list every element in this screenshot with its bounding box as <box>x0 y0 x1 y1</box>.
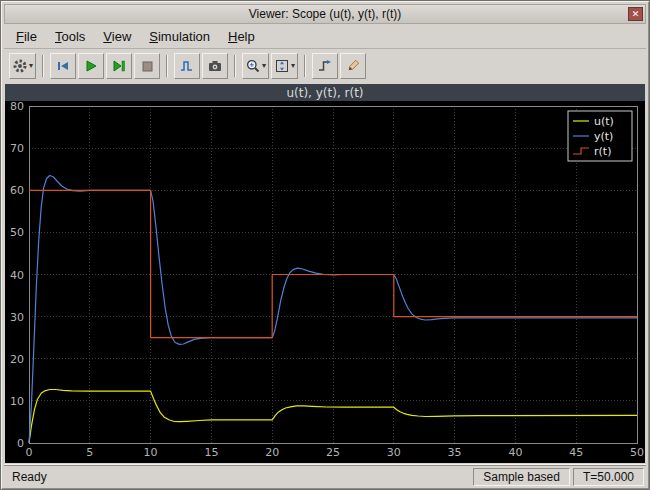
toolbar-divider <box>166 55 168 77</box>
chevron-down-icon: ▾ <box>29 61 33 70</box>
legend-label: u(t) <box>594 115 614 128</box>
scope-chart: u(t), y(t), r(t)051015202530354045500102… <box>5 84 645 463</box>
play-icon <box>83 58 99 74</box>
x-tick-label: 10 <box>144 446 158 459</box>
sample-mode-panel: Sample based <box>473 468 570 486</box>
y-tick-label: 0 <box>17 437 24 450</box>
scope-window: Viewer: Scope (u(t), y(t), r(t)) ✕ File … <box>0 0 650 490</box>
zoom-button[interactable]: ▾ <box>242 53 269 79</box>
triggers-button[interactable] <box>312 53 338 79</box>
menu-file[interactable]: File <box>8 26 45 47</box>
x-tick-label: 30 <box>387 446 401 459</box>
y-tick-label: 10 <box>10 395 24 408</box>
step-back-icon <box>55 58 71 74</box>
trigger-step-icon <box>317 58 333 74</box>
menubar: File Tools View Simulation Help <box>4 24 646 49</box>
chevron-down-icon: ▾ <box>262 61 266 70</box>
y-tick-label: 60 <box>10 184 24 197</box>
pencil-icon <box>345 58 361 74</box>
toolbar-divider <box>234 55 236 77</box>
measurements-button[interactable] <box>340 53 366 79</box>
window-title: Viewer: Scope (u(t), y(t), r(t)) <box>249 7 401 21</box>
snapshot-button[interactable] <box>202 53 228 79</box>
x-tick-label: 40 <box>508 446 522 459</box>
x-tick-label: 0 <box>26 446 33 459</box>
settings-button[interactable]: ▾ <box>9 53 36 79</box>
run-button[interactable] <box>78 53 104 79</box>
toolbar-divider <box>42 55 44 77</box>
statusbar: Ready Sample based T=50.000 <box>4 465 646 486</box>
y-tick-label: 80 <box>10 100 24 113</box>
chart-background <box>5 84 645 463</box>
menu-view[interactable]: View <box>95 26 139 47</box>
y-tick-label: 30 <box>10 311 24 324</box>
toolbar: ▾ <box>4 49 646 82</box>
x-tick-label: 15 <box>204 446 218 459</box>
gear-icon <box>12 58 28 74</box>
x-tick-label: 45 <box>569 446 583 459</box>
stop-button[interactable] <box>134 53 160 79</box>
magnifier-icon <box>245 58 261 74</box>
highlight-signal-button[interactable] <box>174 53 200 79</box>
x-tick-label: 20 <box>265 446 279 459</box>
y-tick-label: 20 <box>10 353 24 366</box>
x-tick-label: 25 <box>326 446 340 459</box>
chevron-down-icon: ▾ <box>291 61 295 70</box>
titlebar: Viewer: Scope (u(t), y(t), r(t)) ✕ <box>4 4 646 24</box>
close-button[interactable]: ✕ <box>628 7 643 21</box>
camera-icon <box>207 58 223 74</box>
fit-to-view-button[interactable]: ▾ <box>271 53 298 79</box>
step-forward-button[interactable] <box>106 53 132 79</box>
close-icon: ✕ <box>632 9 640 19</box>
legend-label: y(t) <box>594 130 613 143</box>
menu-simulation[interactable]: Simulation <box>141 26 218 47</box>
status-text: Ready <box>6 469 470 485</box>
plot-region: u(t), y(t), r(t)051015202530354045500102… <box>5 84 645 463</box>
menu-help[interactable]: Help <box>220 26 263 47</box>
x-tick-label: 50 <box>630 446 644 459</box>
y-tick-label: 70 <box>10 142 24 155</box>
step-back-button[interactable] <box>50 53 76 79</box>
chart-title: u(t), y(t), r(t) <box>286 86 363 100</box>
y-tick-label: 50 <box>10 226 24 239</box>
x-tick-label: 5 <box>86 446 93 459</box>
y-tick-label: 40 <box>10 269 24 282</box>
x-tick-label: 35 <box>448 446 462 459</box>
sim-time-panel: T=50.000 <box>573 468 644 486</box>
step-forward-icon <box>111 58 127 74</box>
menu-tools[interactable]: Tools <box>47 26 93 47</box>
fit-axes-icon <box>274 58 290 74</box>
signal-icon <box>179 58 195 74</box>
stop-icon <box>139 58 155 74</box>
toolbar-divider <box>304 55 306 77</box>
legend-label: r(t) <box>594 145 611 158</box>
